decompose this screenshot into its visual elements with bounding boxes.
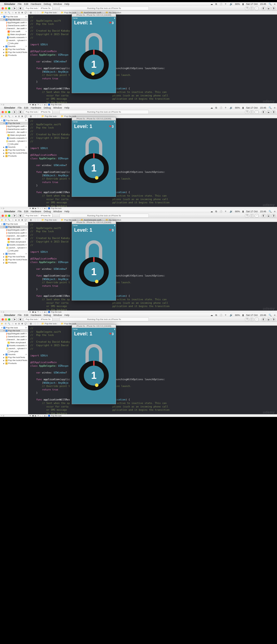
lock-dial[interactable]: 1 <box>79 153 109 183</box>
cloud-icon[interactable]: ☁ <box>210 3 213 5</box>
menu-file[interactable]: File <box>18 106 22 109</box>
file-tree-row[interactable]: GameScene.swiftM <box>0 24 28 27</box>
debug-process[interactable]: Pop the lock <box>51 415 62 417</box>
volume-icon[interactable]: 🔊 <box>230 314 233 316</box>
stop-button[interactable]: ◼ <box>18 7 22 10</box>
wifi-icon[interactable]: ᯤ <box>225 314 227 316</box>
continue-icon[interactable]: ▶ <box>35 207 36 210</box>
menu-extra-icon[interactable]: ≡ <box>274 210 275 213</box>
app-menu[interactable]: Simulator <box>4 210 15 213</box>
ios-simulator-window[interactable]: iPhone 5s - iPhone 5s / iOS 9.0 (13A340)… <box>72 324 116 404</box>
file-tree-row[interactable]: AppDelegate.swiftM <box>0 21 28 24</box>
editor-version-icon[interactable]: ↔ <box>255 318 259 321</box>
filter-icon[interactable]: ⊙ <box>3 311 4 313</box>
editor-assistant-icon[interactable]: ◫ <box>250 318 254 321</box>
report-nav-icon[interactable]: 💬 <box>25 12 27 14</box>
report-nav-icon[interactable]: 💬 <box>25 115 27 117</box>
close-icon[interactable] <box>2 111 4 113</box>
menu-extra-icon[interactable]: ≡ <box>274 106 275 109</box>
navigator-filter-bar[interactable]: + ⊙ <box>0 207 28 210</box>
editor-standard-icon[interactable]: ☰ <box>245 7 249 10</box>
toggle-debug-icon[interactable]: ▼ <box>29 311 31 313</box>
issue-nav-icon[interactable]: ⚠ <box>12 323 14 325</box>
editor-standard-icon[interactable]: ☰ <box>245 110 249 114</box>
search-nav-icon[interactable]: 🔍 <box>8 323 10 325</box>
file-tree[interactable]: ▼Pop the lockM▼Pop the lockAppDelegate.s… <box>0 118 28 158</box>
menu-extra-icon[interactable]: ≡ <box>274 3 275 5</box>
zoom-icon[interactable] <box>8 215 10 217</box>
wifi-icon[interactable]: ⚪ <box>219 3 222 5</box>
test-nav-icon[interactable]: ◆ <box>15 12 17 14</box>
file-tree-row[interactable]: Main.storyboard <box>0 33 28 36</box>
symbol-nav-icon[interactable]: ⊞ <box>5 323 6 325</box>
ios-simulator-window[interactable]: iPhone 5s - iPhone 5s / iOS 9.0 (13A340)… <box>72 117 116 197</box>
breakpoint-nav-icon[interactable]: ⬣ <box>21 115 23 117</box>
file-tree-row[interactable]: Info.plist <box>0 350 28 353</box>
run-button[interactable]: ▶ <box>13 214 17 217</box>
test-nav-icon[interactable]: ◆ <box>15 115 17 117</box>
file-tree-row[interactable]: ▼Pop the lock <box>0 225 28 228</box>
menu-window[interactable]: Window <box>53 314 62 316</box>
navigator-tabs[interactable]: 📁 ⊞ 🔍 ⚠ ◆ ▤ ⬣ 💬 <box>0 218 28 222</box>
forward-button[interactable]: 〉 <box>37 11 40 14</box>
disclosure-icon[interactable]: ▼ <box>1 120 3 121</box>
run-button[interactable]: ▶ <box>13 318 17 321</box>
filter-icon[interactable]: ⊙ <box>3 104 4 106</box>
file-tree-row[interactable]: ▶Pop the lockTests <box>0 149 28 151</box>
file-tree-row[interactable]: Assets.xcassetsM <box>0 344 28 347</box>
file-tree-row[interactable]: ▶SoundsA <box>0 146 28 149</box>
disclosure-icon[interactable]: ▶ <box>3 259 5 261</box>
breadcrumb-item[interactable]: 📁 Pop the lock <box>41 115 60 117</box>
time[interactable]: 15:46 <box>260 314 266 316</box>
view-debug-icon[interactable]: ◈ <box>44 415 45 417</box>
disclosure-icon[interactable]: ▶ <box>3 359 5 361</box>
wifi-icon[interactable]: ⚪ <box>219 314 222 316</box>
disclosure-icon[interactable]: ▼ <box>3 123 5 124</box>
breakpoint-nav-icon[interactable]: ⬣ <box>21 219 23 221</box>
close-icon[interactable] <box>2 7 4 9</box>
menu-window[interactable]: Window <box>53 3 62 5</box>
minimize-icon[interactable] <box>5 111 7 113</box>
lock-graphic[interactable]: 1 <box>79 137 109 183</box>
file-tree-row[interactable]: ▶SoundsA <box>0 353 28 356</box>
file-nav-icon[interactable]: 📁 <box>1 219 3 221</box>
file-tree-row[interactable]: GameVi…ller.swiftM <box>0 27 28 30</box>
editor-assistant-icon[interactable]: ◫ <box>250 110 254 114</box>
file-tree-row[interactable]: ▶Pop the lockTests <box>0 356 28 359</box>
file-tree-row[interactable]: ▶Products <box>0 362 28 365</box>
file-tree-row[interactable]: Main.storyboard <box>0 240 28 243</box>
editor-standard-icon[interactable]: ☰ <box>245 318 249 321</box>
simulator-screen[interactable]: Carrier ▮ Level: 1 ❤3 1 <box>72 224 116 300</box>
step-in-icon[interactable]: ↓ <box>40 415 41 417</box>
code-editor[interactable]: // // AppDelegate.swift // Pop the lock … <box>28 326 277 414</box>
toggle-navigator-icon[interactable]: ◧ <box>262 318 266 321</box>
menu-window[interactable]: Window <box>53 210 62 213</box>
file-tree-row[interactable]: Color.swiftA <box>0 30 28 33</box>
scheme-selector[interactable]: Pop the lock 〉 iPhone 5s <box>24 214 52 218</box>
cloud-icon[interactable]: ☁ <box>210 314 213 316</box>
file-tree-row[interactable]: ▼Pop the lockM <box>0 119 28 122</box>
file-tree-row[interactable]: Launch…ryboardM <box>0 347 28 350</box>
disclosure-icon[interactable]: ▶ <box>3 353 5 355</box>
add-icon[interactable]: + <box>1 415 2 417</box>
disclosure-icon[interactable]: ▶ <box>3 155 5 157</box>
file-tree-row[interactable]: ▶Products <box>0 261 28 264</box>
issue-nav-icon[interactable]: ⚠ <box>12 12 14 14</box>
zoom-icon[interactable] <box>8 318 10 321</box>
breakpoints-icon[interactable]: ⬣ <box>32 207 34 210</box>
file-tree-row[interactable]: ▶Products <box>0 54 28 57</box>
file-tree-row[interactable]: ▼Pop the lockM <box>0 222 28 225</box>
disclosure-icon[interactable]: ▼ <box>3 19 5 21</box>
wifi-icon[interactable]: ⚪ <box>219 210 222 213</box>
debug-nav-icon[interactable]: ▤ <box>18 219 20 221</box>
file-tree-row[interactable]: ▶SoundsA <box>0 45 28 48</box>
scheme-selector[interactable]: Pop the lock 〉 iPhone 5s <box>24 6 52 10</box>
debug-process[interactable]: Pop the lock <box>51 207 62 209</box>
continue-icon[interactable]: ▶ <box>35 415 36 417</box>
add-icon[interactable]: + <box>1 311 2 313</box>
disclosure-icon[interactable]: ▼ <box>1 16 3 18</box>
menu-edit[interactable]: Edit <box>24 106 28 109</box>
disclosure-icon[interactable]: ▶ <box>3 48 5 50</box>
wifi-icon[interactable]: ⚪ <box>219 106 222 109</box>
breadcrumb-item[interactable]: 📁 Pop the lock <box>41 219 60 221</box>
